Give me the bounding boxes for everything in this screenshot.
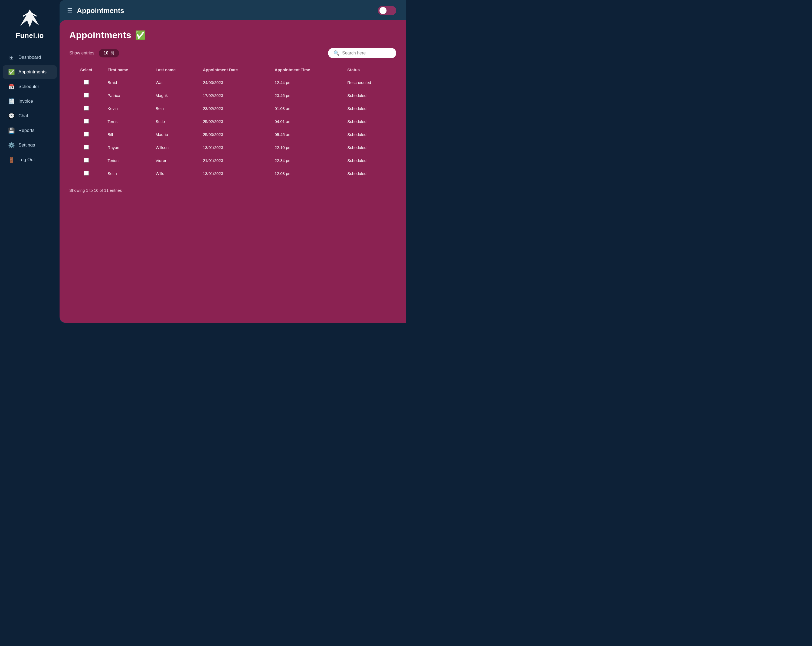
sidebar-item-reports[interactable]: 💾 Reports — [3, 124, 57, 137]
table-body: Braid Wail 24/03/2023 12:44 pm Reschedul… — [69, 76, 396, 180]
topbar: ☰ Appointments — [60, 0, 406, 20]
row-lastname-7: Wills — [151, 167, 199, 180]
col-time: Appointment Time — [270, 65, 343, 76]
row-lastname-6: Viurer — [151, 154, 199, 167]
row-status-1: Scheduled — [343, 89, 396, 102]
sidebar-item-dashboard[interactable]: ⊞ Dashboard — [3, 51, 57, 64]
row-checkbox-2[interactable] — [84, 106, 89, 110]
row-date-1: 17/02/2023 — [198, 89, 270, 102]
nav-list: ⊞ Dashboard ✅ Appointments 📅 Scheduler 🧾… — [0, 51, 60, 168]
table-row: Seith Wills 13/01/2023 12:03 pm Schedule… — [69, 167, 396, 180]
row-status-5: Scheduled — [343, 141, 396, 154]
col-date: Appointment Date — [198, 65, 270, 76]
appointments-icon: ✅ — [8, 69, 15, 75]
row-date-3: 25/02/2023 — [198, 115, 270, 128]
row-firstname-3: Terris — [103, 115, 151, 128]
sidebar-label-invoice: Invoice — [18, 99, 33, 104]
sidebar: Funel.io ⊞ Dashboard ✅ Appointments 📅 Sc… — [0, 0, 60, 323]
row-date-2: 23/02/2023 — [198, 102, 270, 115]
row-time-3: 04:01 am — [270, 115, 343, 128]
content-panel: Appointments ✅ Show entries: 10 ⇅ 🔍 Sele… — [60, 20, 406, 323]
row-checkbox-6[interactable] — [84, 158, 89, 162]
row-checkbox-cell[interactable] — [69, 102, 103, 115]
row-date-0: 24/03/2023 — [198, 76, 270, 89]
panel-title-row: Appointments ✅ — [69, 30, 396, 40]
row-checkbox-cell[interactable] — [69, 167, 103, 180]
row-time-0: 12:44 pm — [270, 76, 343, 89]
sidebar-label-scheduler: Scheduler — [18, 84, 39, 89]
row-time-1: 23:46 pm — [270, 89, 343, 102]
table-header: Select First name Last name Appointment … — [69, 65, 396, 76]
row-checkbox-cell[interactable] — [69, 89, 103, 102]
row-checkbox-cell[interactable] — [69, 76, 103, 89]
row-date-4: 25/03/2023 — [198, 128, 270, 141]
row-status-4: Scheduled — [343, 128, 396, 141]
show-entries-label: Show entries: — [69, 51, 96, 55]
row-time-6: 22:34 pm — [270, 154, 343, 167]
row-checkbox-0[interactable] — [84, 80, 89, 84]
page-title: Appointments — [77, 6, 374, 15]
sidebar-label-reports: Reports — [18, 128, 35, 133]
row-checkbox-cell[interactable] — [69, 154, 103, 167]
col-firstname: First name — [103, 65, 151, 76]
search-input[interactable] — [342, 51, 391, 55]
dashboard-icon: ⊞ — [8, 54, 15, 61]
logout-icon: 🚪 — [8, 156, 15, 163]
row-lastname-4: Madrio — [151, 128, 199, 141]
row-checkbox-1[interactable] — [84, 93, 89, 98]
toggle-thumb — [380, 7, 386, 14]
sidebar-label-chat: Chat — [18, 113, 28, 119]
sidebar-item-logout[interactable]: 🚪 Log Out — [3, 153, 57, 167]
row-status-2: Scheduled — [343, 102, 396, 115]
row-status-7: Scheduled — [343, 167, 396, 180]
panel-title: Appointments — [69, 30, 131, 40]
reports-icon: 💾 — [8, 127, 15, 134]
app-name: Funel.io — [16, 31, 44, 40]
sidebar-item-chat[interactable]: 💬 Chat — [3, 109, 57, 123]
row-firstname-2: Kevin — [103, 102, 151, 115]
row-time-4: 05:45 am — [270, 128, 343, 141]
sidebar-item-settings[interactable]: ⚙️ Settings — [3, 138, 57, 152]
sidebar-item-scheduler[interactable]: 📅 Scheduler — [3, 80, 57, 93]
row-firstname-7: Seith — [103, 167, 151, 180]
row-checkbox-cell[interactable] — [69, 141, 103, 154]
row-checkbox-cell[interactable] — [69, 115, 103, 128]
controls-row: Show entries: 10 ⇅ 🔍 — [69, 48, 396, 58]
sidebar-label-logout: Log Out — [18, 157, 35, 162]
entries-control: Show entries: 10 ⇅ — [69, 49, 119, 57]
main-area: ☰ Appointments Appointments ✅ Show entri… — [60, 0, 406, 323]
sidebar-label-appointments: Appointments — [18, 69, 47, 75]
row-lastname-0: Wail — [151, 76, 199, 89]
scheduler-icon: 📅 — [8, 83, 15, 90]
table-row: Patrica Magrik 17/02/2023 23:46 pm Sched… — [69, 89, 396, 102]
search-icon: 🔍 — [333, 50, 339, 56]
table-row: Teriun Viurer 21/01/2023 22:34 pm Schedu… — [69, 154, 396, 167]
panel-title-icon: ✅ — [135, 30, 146, 40]
row-firstname-5: Rayon — [103, 141, 151, 154]
search-box[interactable]: 🔍 — [328, 48, 396, 58]
row-checkbox-3[interactable] — [84, 119, 89, 124]
sidebar-label-settings: Settings — [18, 142, 35, 148]
col-lastname: Last name — [151, 65, 199, 76]
row-time-2: 01:03 am — [270, 102, 343, 115]
entries-count: 10 — [104, 51, 108, 55]
appointments-table: Select First name Last name Appointment … — [69, 65, 396, 180]
row-firstname-1: Patrica — [103, 89, 151, 102]
row-checkbox-cell[interactable] — [69, 128, 103, 141]
row-status-0: Rescheduled — [343, 76, 396, 89]
row-time-7: 12:03 pm — [270, 167, 343, 180]
table-row: Kevin Bein 23/02/2023 01:03 am Scheduled — [69, 102, 396, 115]
sidebar-item-invoice[interactable]: 🧾 Invoice — [3, 95, 57, 108]
sort-icon: ⇅ — [111, 51, 114, 56]
row-checkbox-5[interactable] — [84, 145, 89, 150]
hamburger-icon[interactable]: ☰ — [67, 7, 73, 14]
row-checkbox-4[interactable] — [84, 132, 89, 136]
row-checkbox-7[interactable] — [84, 171, 89, 176]
col-status: Status — [343, 65, 396, 76]
col-select: Select — [69, 65, 103, 76]
table-row: Terris Sutlo 25/02/2023 04:01 am Schedul… — [69, 115, 396, 128]
logo-area: Funel.io — [16, 8, 44, 40]
toggle-switch[interactable] — [378, 6, 396, 15]
sidebar-item-appointments[interactable]: ✅ Appointments — [3, 65, 57, 79]
entries-badge[interactable]: 10 ⇅ — [99, 49, 119, 57]
